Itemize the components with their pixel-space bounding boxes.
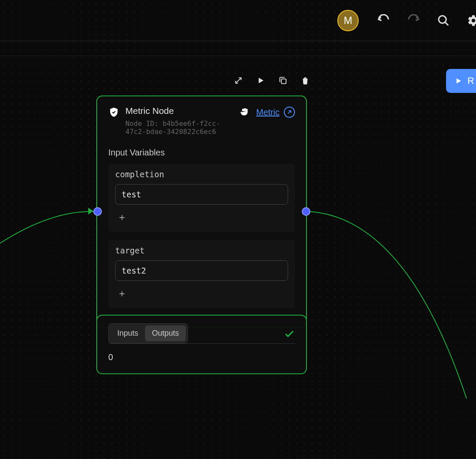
variable-block-target: target + [108, 240, 295, 308]
input-port-arrow-icon [87, 206, 95, 218]
redo-icon [407, 14, 420, 27]
metric-link[interactable]: Metric [256, 107, 295, 118]
tab-inputs[interactable]: Inputs [110, 325, 145, 341]
svg-line-3 [236, 78, 241, 83]
input-port[interactable] [93, 207, 102, 216]
search-icon[interactable] [437, 14, 450, 27]
svg-marker-4 [259, 78, 263, 83]
result-output-value: 0 [108, 352, 295, 362]
svg-line-6 [288, 111, 291, 114]
tab-outputs[interactable]: Outputs [145, 325, 186, 341]
node-id: Node ID: b4b5ee6f-f2cc-47c2-bdae-3420822… [125, 119, 233, 136]
svg-marker-2 [457, 78, 461, 83]
canvas-area[interactable]: R Metric Node Node ID: b4b5ee6f-f2cc-47c… [0, 56, 476, 459]
svg-line-1 [445, 22, 449, 25]
variable-name: completion [115, 170, 288, 179]
play-icon [455, 77, 462, 85]
variable-input-target[interactable] [115, 260, 288, 281]
shield-check-icon [108, 107, 119, 118]
sub-header-strip [0, 41, 476, 56]
run-button[interactable]: R [446, 69, 476, 93]
avatar[interactable]: M [337, 10, 359, 31]
variable-name: target [115, 246, 288, 255]
node-toolbar [233, 75, 310, 86]
add-value-button[interactable]: + [115, 287, 129, 301]
input-variables-label: Input Variables [108, 148, 295, 158]
avatar-initial: M [344, 15, 352, 27]
variable-input-completion[interactable] [115, 184, 288, 205]
trash-icon[interactable] [300, 75, 310, 86]
header-toolbar [377, 14, 476, 27]
result-panel: Inputs Outputs 0 [96, 315, 307, 374]
check-icon [284, 328, 295, 339]
app-header: M [0, 0, 476, 41]
play-icon[interactable] [256, 75, 266, 86]
metric-node-card[interactable]: Metric Node Node ID: b4b5ee6f-f2cc-47c2-… [96, 95, 307, 328]
gear-icon[interactable] [467, 14, 476, 27]
result-tab-group: Inputs Outputs [108, 323, 188, 343]
node-title: Metric Node [125, 106, 233, 116]
svg-marker-7 [88, 208, 93, 215]
add-value-button[interactable]: + [115, 211, 129, 224]
expand-icon[interactable] [233, 75, 244, 86]
copy-icon[interactable] [278, 75, 288, 86]
metric-link-label: Metric [256, 107, 280, 117]
svg-rect-5 [281, 79, 286, 83]
run-label: R [467, 75, 474, 86]
external-link-icon [284, 107, 295, 118]
undo-icon[interactable] [377, 14, 390, 27]
node-header: Metric Node Node ID: b4b5ee6f-f2cc-47c2-… [108, 106, 295, 136]
grab-handle-icon[interactable] [239, 107, 250, 118]
svg-point-0 [439, 15, 446, 23]
variable-block-completion: completion + [108, 164, 295, 232]
output-port[interactable] [302, 207, 310, 216]
